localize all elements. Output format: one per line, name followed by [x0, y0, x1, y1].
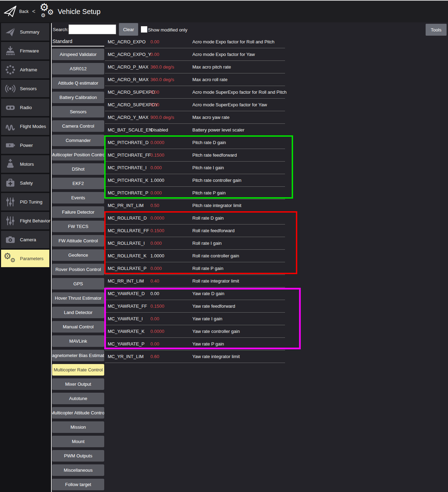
sidebar-item-power[interactable]: Power — [1, 136, 49, 154]
param-row-MC_PITCHRATE_P[interactable]: MC_PITCHRATE_P 0.000 Pitch rate P gain — [105, 187, 285, 199]
category-airspeed-validator[interactable]: Airspeed Validator — [52, 49, 104, 60]
param-row-MC_PITCHRATE_I[interactable]: MC_PITCHRATE_I 0.000 Pitch rate I gain — [105, 162, 285, 174]
category-land-detector[interactable]: Land Detector — [52, 307, 104, 318]
param-row-MC_PR_INT_LIM[interactable]: MC_PR_INT_LIM 0.50 Pitch rate integrator… — [105, 199, 285, 212]
parameter-description: Yaw rate integrator limit — [192, 354, 285, 359]
param-row-MC_ROLLRATE_K[interactable]: MC_ROLLRATE_K 1.0000 Roll rate controlle… — [105, 250, 285, 262]
param-row-MC_YAWRATE_I[interactable]: MC_YAWRATE_I 0.00 Yaw rate I gain — [105, 313, 285, 325]
category-mount[interactable]: Mount — [52, 436, 104, 447]
category-fw-attitude-control[interactable]: FW Attitude Control — [52, 235, 104, 247]
category-hover-thrust-estimator[interactable]: Hover Thrust Estimator — [52, 292, 104, 304]
category-multicopter-position-control[interactable]: Multicopter Position Control — [52, 149, 104, 161]
category-gps[interactable]: GPS — [52, 278, 104, 290]
category-mixer-output[interactable]: Mixer Output — [52, 378, 104, 390]
parameter-value: 0.00 — [150, 90, 192, 95]
header: Back < ⚙⚙⚙ Vehicle Setup — [0, 1, 448, 22]
param-row-MC_ACRO_SUPEXPO[interactable]: MC_ACRO_SUPEXPO 0.00 Acro mode SuperExpo… — [105, 86, 285, 99]
param-row-MC_YAWRATE_K[interactable]: MC_YAWRATE_K 0.0000 Yaw rate controller … — [105, 325, 285, 338]
param-row-MC_ACRO_EXPO_Y[interactable]: MC_ACRO_EXPO_Y 0.00 Acro mode Expo facto… — [105, 48, 285, 61]
sidebar-item-camera[interactable]: Camera — [1, 231, 49, 248]
category-events[interactable]: Events — [52, 192, 104, 204]
category-dshot[interactable]: DShot — [52, 163, 104, 175]
sidebar-item-safety[interactable]: Safety — [1, 174, 49, 192]
sidebar-item-label: Sensors — [20, 86, 37, 91]
category-pwm-outputs[interactable]: PWM Outputs — [52, 450, 104, 462]
category-manual-control[interactable]: Manual Control — [52, 321, 104, 333]
category-multicopter-rate-control[interactable]: Multicopter Rate Control — [52, 364, 104, 376]
category-geofence[interactable]: Geofence — [52, 249, 104, 261]
sidebar-item-firmware[interactable]: Firmware — [1, 42, 49, 59]
sidebar-item-sensors[interactable]: Sensors — [1, 80, 49, 97]
sliders-icon — [2, 194, 18, 209]
param-row-MC_RR_INT_LIM[interactable]: MC_RR_INT_LIM 0.40 Roll rate integrator … — [105, 275, 285, 287]
parameter-name: MC_PITCHRATE_I — [108, 165, 150, 170]
category-rover-position-control[interactable]: Rover Position Control — [52, 264, 104, 275]
category-autotune[interactable]: Autotune — [52, 393, 104, 404]
param-row-MC_ACRO_R_MAX[interactable]: MC_ACRO_R_MAX 360.0 deg/s Max acro roll … — [105, 73, 285, 86]
parameter-description: Max acro pitch rate — [192, 64, 285, 70]
parameter-value: 0.00 — [150, 341, 192, 347]
category-ekf2[interactable]: EKF2 — [52, 178, 104, 189]
param-row-MC_YR_INT_LIM[interactable]: MC_YR_INT_LIM 0.60 Yaw rate integrator l… — [105, 350, 285, 363]
parameter-name: MC_ROLLRATE_I — [108, 241, 150, 246]
category-asr012[interactable]: ASR012 — [52, 63, 104, 74]
param-row-MC_ACRO_P_MAX[interactable]: MC_ACRO_P_MAX 360.0 deg/s Max acro pitch… — [105, 61, 285, 73]
category-miscellaneous[interactable]: Miscellaneous — [52, 464, 104, 476]
search-input[interactable] — [69, 24, 116, 34]
category-fw-tecs[interactable]: FW TECS — [52, 221, 104, 232]
parameter-value: 0.0000 — [150, 329, 192, 334]
param-row-MC_ACRO_SUPEXPOY[interactable]: MC_ACRO_SUPEXPOY 0.00 Acro mode SuperExp… — [105, 99, 285, 111]
back-button[interactable]: Back — [19, 9, 29, 14]
parameter-value: 1.0000 — [150, 253, 192, 258]
firmware-icon — [2, 43, 18, 58]
parameter-description: Battery power level scaler — [192, 127, 285, 133]
parameter-description: Max acro roll rate — [192, 77, 285, 82]
category-multicopter-attitude-control[interactable]: Multicopter Attitude Control — [52, 407, 104, 419]
search-label: Search: — [53, 27, 69, 32]
category-item-label: DShot — [72, 166, 84, 172]
param-row-MC_YAWRATE_P[interactable]: MC_YAWRATE_P 0.00 Yaw rate P gain — [105, 338, 285, 350]
parameter-description: Yaw rate feedforward — [192, 304, 285, 309]
param-row-MC_ROLLRATE_P[interactable]: MC_ROLLRATE_P 0.000 Roll rate P gain — [105, 262, 285, 275]
category-commander[interactable]: Commander — [52, 135, 104, 146]
param-row-MC_BAT_SCALE_EN[interactable]: MC_BAT_SCALE_EN Disabled Battery power l… — [105, 124, 285, 136]
param-row-MC_PITCHRATE_D[interactable]: MC_PITCHRATE_D 0.0000 Pitch rate D gain — [105, 136, 285, 149]
sidebar-item-label: Summary — [20, 29, 40, 35]
sidebar-item-flight-modes[interactable]: Flight Modes — [1, 117, 49, 135]
parameter-table: MC_ACRO_EXPO 0.00 Acro mode Expo factor … — [105, 36, 285, 363]
sidebar-item-airframe[interactable]: Airframe — [1, 61, 49, 78]
parameter-name: MC_RR_INT_LIM — [108, 278, 150, 284]
sidebar-item-flight-behavior[interactable]: Flight Behavior — [1, 212, 49, 229]
sidebar-item-label: Motors — [20, 162, 34, 167]
tools-button[interactable]: Tools — [426, 24, 447, 36]
param-row-MC_ACRO_Y_MAX[interactable]: MC_ACRO_Y_MAX 900.0 deg/s Max acro yaw r… — [105, 111, 285, 124]
category-mission[interactable]: Mission — [52, 421, 104, 433]
category-magnetometer-bias-estimator[interactable]: Magnetometer Bias Estimator — [52, 350, 104, 361]
category-failure-detector[interactable]: Failure Detector — [52, 206, 104, 218]
clear-button[interactable]: Clear — [119, 23, 138, 36]
sidebar-item-radio[interactable]: Radio — [1, 99, 49, 116]
param-row-MC_YAWRATE_FF[interactable]: MC_YAWRATE_FF 0.1500 Yaw rate feedforwar… — [105, 300, 285, 313]
category-follow-target[interactable]: Follow target — [52, 479, 104, 490]
show-modified-checkbox[interactable] — [141, 26, 147, 33]
category-mavlink[interactable]: MAVLink — [52, 335, 104, 347]
param-row-MC_ROLLRATE_I[interactable]: MC_ROLLRATE_I 0.000 Roll rate I gain — [105, 237, 285, 250]
param-row-MC_ACRO_EXPO[interactable]: MC_ACRO_EXPO 0.00 Acro mode Expo factor … — [105, 36, 285, 48]
param-row-MC_ROLLRATE_FF[interactable]: MC_ROLLRATE_FF 0.1500 Roll rate feedforw… — [105, 224, 285, 237]
parameter-description: Max acro yaw rate — [192, 115, 285, 120]
param-row-MC_YAWRATE_D[interactable]: MC_YAWRATE_D 0.00 Yaw rate D gain — [105, 287, 285, 300]
param-row-MC_ROLLRATE_D[interactable]: MC_ROLLRATE_D 0.0000 Roll rate D gain — [105, 212, 285, 224]
category-attitude-q-estimator[interactable]: Attitude Q estimator — [52, 77, 104, 89]
category-battery-calibration[interactable]: Battery Calibration — [52, 92, 104, 103]
category-sensors[interactable]: Sensors — [52, 106, 104, 117]
flight-modes-icon — [2, 119, 18, 134]
param-row-MC_PITCHRATE_K[interactable]: MC_PITCHRATE_K 1.0000 Pitch rate control… — [105, 174, 285, 187]
show-modified-label[interactable]: Show modified only — [148, 27, 187, 33]
sidebar-item-pid-tuning[interactable]: PID Tuning — [1, 193, 49, 211]
category-item-label: Mission — [70, 425, 86, 430]
param-row-MC_PITCHRATE_FF[interactable]: MC_PITCHRATE_FF 0.1500 Pitch rate feedfo… — [105, 149, 285, 162]
sidebar-item-motors[interactable]: Motors — [1, 155, 49, 173]
sidebar-item-summary[interactable]: Summary — [1, 23, 49, 41]
sidebar-item-parameters[interactable]: ⚙⚙ Parameters — [1, 250, 49, 267]
category-camera-control[interactable]: Camera Control — [52, 120, 104, 132]
